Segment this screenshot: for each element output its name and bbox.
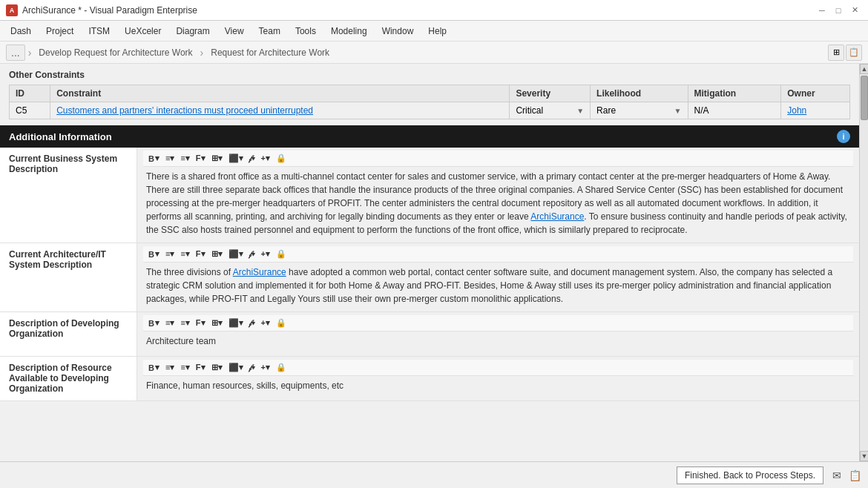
toolbar-format-3[interactable]: 𝒻▾ [247, 317, 257, 329]
toolbar-table-4[interactable]: ⊞▾ [209, 362, 225, 373]
toolbar-lock-4[interactable]: 🔒 [274, 362, 289, 373]
scroll-thumb[interactable] [861, 76, 868, 120]
toolbar-color[interactable]: ⬛▾ [226, 153, 246, 164]
field-row-business-system: Current Business System Description B▾ ≡… [0, 148, 859, 243]
window-controls: ─ □ ✕ [815, 4, 862, 16]
toolbar-bold-4[interactable]: B▾ [146, 362, 162, 373]
scrollbar: ▲ ▼ [859, 64, 868, 461]
toolbar-align[interactable]: ≡▾ [163, 153, 177, 164]
constraints-section: Other Constraints ID Constraint Severity… [0, 64, 859, 125]
breadcrumb-icon-1[interactable]: ⊞ [828, 44, 844, 61]
info-icon[interactable]: i [837, 130, 850, 143]
toolbar-table[interactable]: ⊞▾ [209, 153, 225, 164]
field-label-business-system: Current Business System Description [0, 148, 137, 243]
toolbar-format-2[interactable]: 𝒻▾ [247, 248, 257, 260]
breadcrumb-dots[interactable]: ... [6, 44, 25, 61]
col-likelihood: Likelihood [591, 85, 688, 102]
menu-itsm[interactable]: ITSM [81, 23, 117, 39]
menu-modeling[interactable]: Modeling [323, 23, 375, 39]
toolbar-lock-2[interactable]: 🔒 [274, 248, 289, 260]
toolbar-font-4[interactable]: F▾ [194, 362, 208, 373]
close-button[interactable]: ✕ [847, 4, 862, 16]
scroll-up-arrow[interactable]: ▲ [860, 64, 868, 74]
field-text-developing-org: Architecture team [143, 332, 853, 351]
likelihood-value: Rare [596, 105, 616, 116]
bottom-icons: ✉ 📋 [829, 468, 862, 483]
menu-diagram[interactable]: Diagram [168, 23, 217, 39]
toolbar-table-3[interactable]: ⊞▾ [209, 317, 225, 329]
archisurance-link-1[interactable]: ArchiSurance [530, 211, 584, 222]
toolbar-list[interactable]: ≡▾ [178, 153, 191, 164]
menu-project[interactable]: Project [39, 23, 81, 39]
finished-button[interactable]: Finished. Back to Process Steps. [677, 466, 823, 484]
toolbar-color-3[interactable]: ⬛▾ [226, 317, 246, 329]
scroll-area[interactable]: Other Constraints ID Constraint Severity… [0, 64, 859, 461]
constraints-table: ID Constraint Severity Likelihood Mitiga… [9, 85, 850, 119]
field-text-resource: Finance, human resources, skills, equipm… [143, 376, 853, 395]
cell-likelihood[interactable]: Rare ▼ [591, 102, 688, 119]
toolbar-bold-2[interactable]: B▾ [146, 248, 162, 260]
toolbar-color-4[interactable]: ⬛▾ [226, 362, 246, 373]
toolbar-lock[interactable]: 🔒 [274, 153, 289, 164]
menu-help[interactable]: Help [421, 23, 454, 39]
col-owner: Owner [781, 85, 850, 102]
email-icon[interactable]: ✉ [829, 468, 844, 483]
constraints-title: Other Constraints [9, 70, 850, 80]
breadcrumb-item-1[interactable]: Develop Request for Architecture Work [34, 46, 197, 59]
toolbar-align-3[interactable]: ≡▾ [163, 317, 177, 329]
menu-tools[interactable]: Tools [288, 23, 323, 39]
toolbar-color-2[interactable]: ⬛▾ [226, 248, 246, 260]
scroll-down-arrow[interactable]: ▼ [860, 451, 868, 461]
toolbar-font-2[interactable]: F▾ [194, 248, 208, 260]
toolbar-format-4[interactable]: 𝒻▾ [247, 362, 257, 373]
toolbar-format[interactable]: 𝒻▾ [247, 153, 257, 164]
menu-team[interactable]: Team [251, 23, 288, 39]
toolbar-align-2[interactable]: ≡▾ [163, 248, 177, 260]
toolbar-font[interactable]: F▾ [194, 153, 208, 164]
menu-uexceler[interactable]: UeXceler [117, 23, 168, 39]
menu-dash[interactable]: Dash [3, 23, 39, 39]
toolbar-insert-4[interactable]: +▾ [259, 362, 272, 373]
breadcrumb-icons: ⊞ 📋 [828, 44, 862, 61]
constraint-link[interactable]: Customers and partners' interactions mus… [56, 105, 313, 116]
app-window: A ArchiSurance * - Visual Paradigm Enter… [0, 0, 868, 488]
cell-severity[interactable]: Critical ▼ [510, 102, 591, 119]
toolbar-align-4[interactable]: ≡▾ [163, 362, 177, 373]
menu-view[interactable]: View [217, 23, 251, 39]
toolbar-lock-3[interactable]: 🔒 [274, 317, 289, 329]
toolbar-insert-2[interactable]: +▾ [259, 248, 272, 260]
maximize-button[interactable]: □ [831, 4, 846, 16]
cell-constraint: Customers and partners' interactions mus… [50, 102, 510, 119]
breadcrumb-icon-2[interactable]: 📋 [846, 44, 862, 61]
toolbar-bold[interactable]: B▾ [146, 153, 162, 164]
minimize-button[interactable]: ─ [815, 4, 829, 16]
toolbar-list-3[interactable]: ≡▾ [178, 317, 191, 329]
field-text-architecture-it: The three divisions of ArchiSurance have… [143, 263, 853, 309]
archisurance-link-2[interactable]: ArchiSurance [233, 267, 286, 277]
field-content-architecture-it: B▾ ≡▾ ≡▾ F▾ ⊞▾ ⬛▾ 𝒻▾ +▾ 🔒 The three divi… [137, 243, 859, 311]
menu-bar: Dash Project ITSM UeXceler Diagram View … [0, 21, 868, 42]
owner-link[interactable]: John [787, 105, 806, 116]
field-label-resource: Description of Resource Available to Dev… [0, 357, 137, 400]
cell-owner: John [781, 102, 850, 119]
toolbar-list-4[interactable]: ≡▾ [178, 362, 191, 373]
likelihood-dropdown-arrow[interactable]: ▼ [674, 107, 682, 115]
toolbar-insert-3[interactable]: +▾ [259, 317, 272, 329]
table-row: C5 Customers and partners' interactions … [10, 102, 850, 119]
toolbar-insert[interactable]: +▾ [259, 153, 272, 164]
field-row-resource: Description of Resource Available to Dev… [0, 357, 859, 401]
severity-dropdown-arrow[interactable]: ▼ [576, 107, 584, 115]
toolbar-bold-3[interactable]: B▾ [146, 317, 162, 329]
toolbar-resource: B▾ ≡▾ ≡▾ F▾ ⊞▾ ⬛▾ 𝒻▾ +▾ 🔒 [143, 360, 853, 376]
breadcrumb-item-2[interactable]: Request for Architecture Work [206, 46, 334, 59]
toolbar-font-3[interactable]: F▾ [194, 317, 208, 329]
breadcrumb-sep-2: › [200, 47, 204, 59]
toolbar-table-2[interactable]: ⊞▾ [209, 248, 225, 260]
menu-window[interactable]: Window [375, 23, 421, 39]
toolbar-business-system: B▾ ≡▾ ≡▾ F▾ ⊞▾ ⬛▾ 𝒻▾ +▾ 🔒 [143, 151, 853, 167]
field-text-business-system: There is a shared front office as a mult… [143, 167, 853, 240]
toolbar-list-2[interactable]: ≡▾ [178, 248, 191, 260]
clipboard-icon[interactable]: 📋 [847, 468, 862, 483]
breadcrumb-bar: ... › Develop Request for Architecture W… [0, 42, 868, 64]
field-row-developing-org: Description of Developing Organization B… [0, 312, 859, 357]
